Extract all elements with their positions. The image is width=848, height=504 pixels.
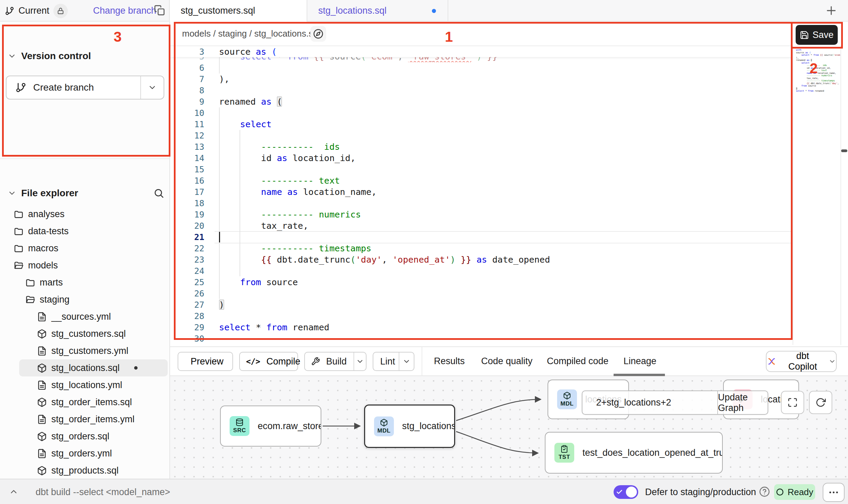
create-branch-button[interactable]: Create branch (6, 76, 164, 100)
file-explorer-header[interactable]: File explorer (8, 188, 78, 199)
fullscreen-button[interactable] (781, 391, 804, 414)
compass-icon (313, 29, 323, 39)
folder-icon (25, 278, 35, 288)
help-icon[interactable] (759, 486, 770, 499)
lineage-node-test[interactable]: TST test_does_location_opened_at_trunc_t… (545, 432, 723, 474)
lint-label: Lint (373, 356, 399, 367)
file-item-stg_customers.yml[interactable]: stg_customers.yml (3, 342, 168, 359)
chevron-down-icon (402, 357, 411, 366)
more-options-button[interactable] (823, 483, 845, 502)
build-dropdown[interactable] (354, 353, 366, 370)
code-line: 12 (170, 130, 792, 141)
node-label: stg_locations (402, 421, 454, 432)
defer-label: Defer to staging/production (645, 479, 756, 504)
chevron-down-icon (356, 357, 364, 366)
copy-branch-icon[interactable] (154, 5, 165, 17)
refresh-graph-button[interactable] (809, 391, 832, 414)
code-line: 22 ---------- timestamps (170, 243, 792, 254)
file-item-stg_order_items.sql[interactable]: stg_order_items.sql (3, 394, 168, 411)
tab-code-quality[interactable]: Code quality (481, 346, 532, 376)
plus-icon (825, 5, 837, 16)
new-tab-button[interactable] (825, 5, 837, 18)
ready-label: Ready (787, 487, 813, 498)
preview-label: Preview (188, 356, 226, 367)
explore-lineage-button[interactable] (310, 26, 326, 42)
code-editor[interactable]: 3source as (5 select * from {{ source('e… (170, 45, 792, 345)
code-line: 6 (170, 62, 792, 74)
tab-results[interactable]: Results (434, 346, 465, 376)
code-line: 14 id as location_id, (170, 152, 792, 164)
lineage-node-source[interactable]: SRC ecom.raw_stores (220, 406, 321, 447)
defer-toggle[interactable] (614, 485, 638, 499)
file-item-data-tests[interactable]: data-tests (3, 223, 168, 240)
indent-guide (219, 107, 220, 299)
maximize-icon (787, 397, 798, 408)
model-badge: MDL (557, 389, 577, 409)
file-item-stg_orders.sql[interactable]: stg_orders.sql (3, 428, 168, 445)
cube-icon (37, 329, 47, 339)
lineage-node-stg-locations[interactable]: MDL stg_locations (364, 404, 455, 448)
update-graph-button[interactable]: Update Graph (717, 391, 768, 414)
file-item-analyses[interactable]: analyses (3, 205, 168, 223)
chevron-down-icon (8, 189, 16, 198)
code-line: 10 (170, 107, 792, 119)
tab-label: stg_locations.sql (318, 5, 387, 16)
text-cursor (219, 232, 220, 242)
file-item-stg_locations.sql[interactable]: stg_locations.sql (19, 359, 168, 376)
status-badge[interactable]: Ready (774, 484, 815, 500)
file-item-stg_order_items.yml[interactable]: stg_order_items.yml (3, 411, 168, 428)
lineage-selector-input[interactable] (582, 391, 717, 414)
wrench-icon (311, 357, 320, 366)
save-button[interactable]: Save (796, 25, 838, 45)
doc-icon (37, 380, 47, 390)
file-item-label: marts (40, 277, 63, 288)
unsaved-dot-icon (432, 9, 436, 13)
file-item-stg_products.sql[interactable]: stg_products.sql (3, 462, 168, 479)
file-item-label: macros (28, 243, 59, 254)
compile-button[interactable]: </> Compile (239, 352, 298, 371)
scrollbar-handle[interactable] (841, 149, 847, 152)
build-split-button[interactable]: Build (304, 352, 367, 371)
file-item-marts[interactable]: marts (3, 274, 168, 291)
tab-stg-locations[interactable]: stg_locations.sql (307, 0, 448, 22)
file-item-stg_customers.sql[interactable]: stg_customers.sql (3, 325, 168, 342)
file-item-staging[interactable]: staging (3, 291, 168, 308)
command-input[interactable]: dbt build --select <model_name> (36, 479, 170, 504)
create-branch-dropdown[interactable] (140, 76, 164, 99)
lint-dropdown[interactable] (399, 353, 414, 370)
editor-scrollbar[interactable] (840, 45, 848, 345)
change-branch-link[interactable]: Change branch (93, 0, 156, 22)
copilot-icon (767, 356, 777, 367)
file-item-__sources.yml[interactable]: __sources.yml (3, 308, 168, 325)
code-line: 23 {{ dbt.date_trunc('day', 'opened_at')… (170, 254, 792, 265)
file-item-stg_orders.yml[interactable]: stg_orders.yml (3, 445, 168, 462)
branch-lock-badge (53, 4, 68, 18)
current-line-border (215, 231, 792, 232)
file-item-macros[interactable]: macros (3, 240, 168, 257)
chevron-down-icon (148, 83, 157, 92)
file-item-stg_locations.yml[interactable]: stg_locations.yml (3, 376, 168, 394)
minimap[interactable]: withsource as ( select * from {{ source(… (793, 45, 840, 345)
current-branch-widget[interactable]: Current (5, 0, 68, 22)
file-item-models[interactable]: models (3, 257, 168, 274)
expand-console-button[interactable] (9, 487, 18, 498)
file-search-button[interactable] (153, 188, 164, 200)
chevron-down-icon (828, 358, 836, 365)
file-item-label: stg_customers.yml (51, 346, 128, 356)
code-line: 24 (170, 265, 792, 277)
tab-stg-customers[interactable]: stg_customers.sql (169, 0, 307, 22)
git-branch-icon (5, 6, 14, 16)
code-line: 5 select * from {{ source('ecom', 'raw_s… (170, 57, 792, 62)
tab-lineage[interactable]: Lineage (624, 346, 656, 376)
code-line: 7), (170, 74, 792, 85)
tab-compiled-code[interactable]: Compiled code (547, 346, 608, 376)
preview-button[interactable]: Preview (178, 352, 233, 371)
cube-icon (37, 363, 47, 373)
compile-label: Compile (264, 356, 303, 367)
file-item-label: stg_customers.sql (51, 329, 126, 339)
file-item-label: __sources.yml (51, 311, 111, 322)
dbt-copilot-button[interactable]: dbt Copilot (766, 351, 837, 372)
circle-icon (776, 488, 784, 496)
version-control-header[interactable]: Version control (8, 51, 91, 62)
lint-split-button[interactable]: Lint (373, 352, 414, 371)
